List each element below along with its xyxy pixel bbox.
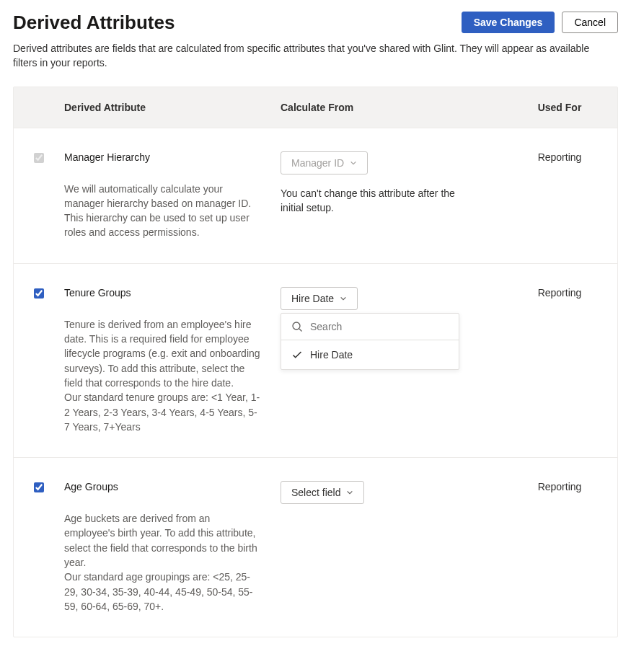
used-for-value: Reporting [502,287,617,434]
row-title: Tenure Groups [64,287,281,299]
select-label: Select field [291,487,340,498]
col-header-calculate: Calculate From [281,102,502,113]
calculate-select-age[interactable]: Select field [281,481,364,504]
used-for-value: Reporting [502,151,617,240]
col-header-attribute: Derived Attribute [64,102,281,113]
calculate-helper: You can't change this attribute after th… [281,186,461,216]
attributes-table: Derived Attribute Calculate From Used Fo… [13,87,618,638]
search-icon [291,321,303,332]
used-for-value: Reporting [502,481,617,614]
dropdown-search-row [281,314,459,340]
table-row: Tenure Groups Tenure is derived from an … [14,264,617,458]
check-icon [291,349,303,361]
save-button[interactable]: Save Changes [462,12,555,33]
chevron-down-icon [346,489,353,496]
row-description: Age buckets are derived from an employee… [64,511,281,614]
dropdown-option-label: Hire Date [310,349,353,361]
table-row: Manager Hierarchy We will automatically … [14,128,617,264]
row-description: Tenure is derived from an employee's hir… [64,317,281,434]
page-title: Derived Attributes [13,12,175,34]
cancel-button[interactable]: Cancel [562,12,618,33]
dropdown-option-hire-date[interactable]: Hire Date [281,340,459,369]
row-title: Age Groups [64,481,281,492]
calculate-select-manager: Manager ID [281,151,368,174]
table-header: Derived Attribute Calculate From Used Fo… [14,87,617,128]
page-description: Derived attributes are fields that are c… [13,41,612,71]
select-label: Hire Date [291,293,334,304]
row-description: We will automatically calculate your man… [64,182,281,240]
enable-checkbox-tenure[interactable] [34,288,44,299]
select-label: Manager ID [291,157,344,169]
svg-line-1 [299,329,302,332]
row-title: Manager Hierarchy [64,151,281,163]
svg-point-0 [293,322,300,330]
calculate-select-tenure[interactable]: Hire Date [281,287,358,310]
chevron-down-icon [340,295,347,302]
col-header-used: Used For [502,102,617,113]
header-actions: Save Changes Cancel [462,12,618,33]
table-row: Age Groups Age buckets are derived from … [14,458,617,637]
enable-checkbox-age[interactable] [34,482,44,492]
chevron-down-icon [350,159,357,167]
dropdown-search-input[interactable] [310,321,449,332]
calculate-dropdown: Hire Date [281,313,459,370]
enable-checkbox-manager [34,153,44,163]
